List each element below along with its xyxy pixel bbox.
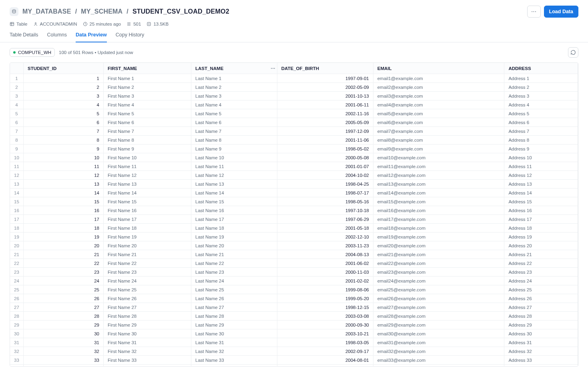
cell-email: email26@example.com: [373, 294, 505, 303]
cell-first-name: First Name 22: [104, 259, 191, 268]
cell-student-id: 8: [24, 136, 104, 144]
cell-email: email10@example.com: [373, 153, 505, 162]
row-number: 23: [10, 268, 24, 277]
table-row[interactable]: 1010First Name 10Last Name 102000-05-08e…: [10, 153, 578, 162]
table-row[interactable]: 2121First Name 21Last Name 212004-08-13e…: [10, 250, 578, 259]
table-row[interactable]: 55First Name 5Last Name 52002-11-16email…: [10, 109, 578, 118]
tab-copy-history[interactable]: Copy History: [116, 32, 144, 42]
warehouse-chip[interactable]: COMPUTE_WH: [10, 48, 55, 57]
cell-last-name: Last Name 19: [191, 233, 277, 241]
column-menu-icon[interactable]: ···: [271, 65, 275, 72]
user-icon: [33, 22, 38, 26]
table-row[interactable]: 2424First Name 24Last Name 242001-02-02e…: [10, 277, 578, 285]
table-row[interactable]: 3333First Name 33Last Name 332004-08-01e…: [10, 356, 578, 365]
table-row[interactable]: 2222First Name 22Last Name 222001-06-02e…: [10, 259, 578, 268]
table-row[interactable]: 88First Name 8Last Name 82001-11-06email…: [10, 136, 578, 144]
table-row[interactable]: 1414First Name 14Last Name 141998-07-17e…: [10, 188, 578, 197]
row-number: 13: [10, 180, 24, 188]
cell-first-name: First Name 33: [104, 356, 191, 365]
cell-email: email30@example.com: [373, 329, 505, 338]
table-row[interactable]: 3434First Name 34Last Name 342001-11-24e…: [10, 365, 578, 367]
cell-email: email19@example.com: [373, 233, 505, 241]
table-row[interactable]: 1212First Name 12Last Name 122004-10-02e…: [10, 171, 578, 180]
cell-email: email21@example.com: [373, 250, 505, 259]
cell-dob: 2001-06-11: [277, 100, 373, 109]
cell-dob: 1998-05-02: [277, 144, 373, 153]
cell-first-name: First Name 27: [104, 303, 191, 312]
cell-dob: 2001-11-24: [277, 365, 373, 367]
row-number: 24: [10, 277, 24, 285]
row-number: 20: [10, 241, 24, 250]
row-number: 34: [10, 365, 24, 367]
cell-first-name: First Name 15: [104, 197, 191, 206]
tab-columns[interactable]: Columns: [47, 32, 67, 42]
table-row[interactable]: 1313First Name 13Last Name 131998-04-25e…: [10, 180, 578, 188]
table-row[interactable]: 1717First Name 17Last Name 171997-06-29e…: [10, 215, 578, 224]
row-number: 27: [10, 303, 24, 312]
cell-email: email24@example.com: [373, 277, 505, 285]
table-row[interactable]: 44First Name 4Last Name 42001-06-11email…: [10, 100, 578, 109]
cell-address: Address 19: [504, 233, 578, 241]
breadcrumb-sep: /: [75, 8, 77, 15]
breadcrumb-schema[interactable]: MY_SCHEMA: [81, 8, 122, 15]
table-row[interactable]: 2323First Name 23Last Name 232000-11-03e…: [10, 268, 578, 277]
col-header-address[interactable]: ADDRESS: [504, 63, 578, 74]
cell-address: Address 15: [504, 197, 578, 206]
table-row[interactable]: 2020First Name 20Last Name 202003-11-23e…: [10, 241, 578, 250]
cell-first-name: First Name 23: [104, 268, 191, 277]
col-header-dob[interactable]: DATE_OF_BIRTH: [277, 63, 373, 74]
col-header-last-name[interactable]: LAST_NAME ···: [191, 63, 277, 74]
refresh-button[interactable]: [568, 47, 578, 58]
more-button[interactable]: ···: [527, 6, 541, 18]
table-row[interactable]: 1111First Name 11Last Name 112001-01-07e…: [10, 162, 578, 171]
breadcrumb-db[interactable]: MY_DATABASE: [22, 8, 71, 15]
cell-first-name: First Name 34: [104, 365, 191, 367]
tab-table-details[interactable]: Table Details: [10, 32, 38, 42]
table-row[interactable]: 11First Name 1Last Name 11997-09-01email…: [10, 74, 578, 83]
cell-last-name: Last Name 28: [191, 312, 277, 321]
row-number: 8: [10, 136, 24, 144]
table-row[interactable]: 1515First Name 15Last Name 151998-05-16e…: [10, 197, 578, 206]
breadcrumb-sep: /: [126, 8, 128, 15]
col-header-student-id[interactable]: STUDENT_ID: [24, 63, 104, 74]
table-row[interactable]: 1919First Name 19Last Name 192002-12-10e…: [10, 233, 578, 241]
row-number: 33: [10, 356, 24, 365]
table-row[interactable]: 2828First Name 28Last Name 282003-03-08e…: [10, 312, 578, 321]
table-row[interactable]: 22First Name 2Last Name 22002-05-09email…: [10, 83, 578, 92]
table-row[interactable]: 99First Name 9Last Name 91998-05-02email…: [10, 144, 578, 153]
cell-last-name: Last Name 1: [191, 74, 277, 83]
cell-email: email5@example.com: [373, 109, 505, 118]
table-row[interactable]: 2626First Name 26Last Name 261999-05-20e…: [10, 294, 578, 303]
cell-student-id: 32: [24, 347, 104, 356]
cell-address: Address 13: [504, 180, 578, 188]
table-row[interactable]: 3131First Name 31Last Name 311998-03-05e…: [10, 338, 578, 347]
table-row[interactable]: 3030First Name 30Last Name 302003-10-21e…: [10, 329, 578, 338]
cell-email: email3@example.com: [373, 92, 505, 100]
cell-first-name: First Name 1: [104, 74, 191, 83]
cell-last-name: Last Name 14: [191, 188, 277, 197]
cell-first-name: First Name 18: [104, 224, 191, 233]
load-data-button[interactable]: Load Data: [544, 6, 578, 18]
tab-data-preview[interactable]: Data Preview: [76, 32, 107, 42]
table-row[interactable]: 2525First Name 25Last Name 251999-08-06e…: [10, 285, 578, 294]
table-row[interactable]: 77First Name 7Last Name 71997-12-09email…: [10, 127, 578, 136]
cell-email: email11@example.com: [373, 162, 505, 171]
cell-last-name: Last Name 31: [191, 338, 277, 347]
table-row[interactable]: 66First Name 6Last Name 62005-05-09email…: [10, 118, 578, 127]
col-header-first-name[interactable]: FIRST_NAME: [104, 63, 191, 74]
warehouse-name: COMPUTE_WH: [18, 50, 51, 55]
table-row[interactable]: 2929First Name 29Last Name 292000-09-30e…: [10, 321, 578, 329]
data-grid[interactable]: STUDENT_ID FIRST_NAME LAST_NAME ··· DATE…: [10, 62, 578, 367]
table-row[interactable]: 2727First Name 27Last Name 271998-12-15e…: [10, 303, 578, 312]
row-number: 22: [10, 259, 24, 268]
table-row[interactable]: 1818First Name 18Last Name 182001-05-18e…: [10, 224, 578, 233]
table-row[interactable]: 1616First Name 16Last Name 161997-10-18e…: [10, 206, 578, 215]
cell-last-name: Last Name 20: [191, 241, 277, 250]
cell-first-name: First Name 14: [104, 188, 191, 197]
cell-last-name: Last Name 32: [191, 347, 277, 356]
cell-last-name: Last Name 21: [191, 250, 277, 259]
cell-address: Address 22: [504, 259, 578, 268]
table-row[interactable]: 3232First Name 32Last Name 322002-09-17e…: [10, 347, 578, 356]
col-header-email[interactable]: EMAIL: [373, 63, 505, 74]
table-row[interactable]: 33First Name 3Last Name 32001-10-13email…: [10, 92, 578, 100]
